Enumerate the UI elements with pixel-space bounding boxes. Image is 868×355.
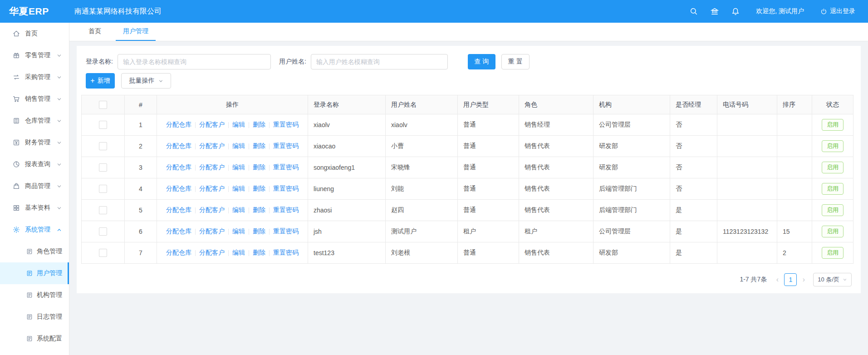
op-link-3[interactable]: 编辑: [232, 185, 245, 193]
notification-bell-icon[interactable]: [731, 7, 740, 15]
op-link-4[interactable]: 删除: [253, 163, 265, 172]
cell-status: 启用: [812, 114, 853, 136]
sidebar-item-label: 系统管理: [25, 226, 50, 234]
search-icon[interactable]: [690, 7, 698, 15]
op-link-5[interactable]: 重置密码: [273, 142, 299, 150]
op-link-2[interactable]: 分配客户: [199, 163, 225, 172]
top-header: 华夏ERP 南通某某网络科技有限公司 欢迎您, 测试用户 退出登录: [0, 0, 868, 23]
status-badge[interactable]: 启用: [822, 162, 843, 173]
op-link-3[interactable]: 编辑: [232, 142, 245, 150]
sidebar-item-10[interactable]: 系统管理: [0, 219, 69, 241]
op-link-1[interactable]: 分配仓库: [166, 121, 191, 129]
op-link-1[interactable]: 分配仓库: [166, 163, 191, 172]
sidebar-subitem-label: 系统配置: [37, 335, 62, 343]
row-checkbox[interactable]: [99, 185, 107, 193]
status-badge[interactable]: 启用: [822, 247, 843, 259]
sidebar-item-1[interactable]: 首页: [0, 23, 69, 44]
row-checkbox[interactable]: [99, 249, 107, 257]
table-row-4: 4分配仓库分配客户编辑删除重置密码liuneng刘能普通销售代表后端管理部门否启…: [82, 178, 853, 200]
op-link-5[interactable]: 重置密码: [273, 249, 299, 257]
login-name-input[interactable]: [118, 54, 271, 69]
op-link-1[interactable]: 分配仓库: [166, 206, 191, 214]
op-link-4[interactable]: 删除: [253, 206, 265, 214]
op-link-4[interactable]: 删除: [253, 249, 265, 257]
op-link-2[interactable]: 分配客户: [199, 227, 225, 236]
page-size-select[interactable]: 10 条/页: [813, 273, 852, 286]
op-link-4[interactable]: 删除: [253, 142, 265, 150]
row-index: 2: [125, 136, 157, 157]
op-link-1[interactable]: 分配仓库: [166, 249, 191, 257]
status-badge[interactable]: 启用: [822, 226, 843, 237]
op-link-5[interactable]: 重置密码: [273, 227, 299, 236]
op-link-1[interactable]: 分配仓库: [166, 227, 191, 236]
op-link-2[interactable]: 分配客户: [199, 185, 225, 193]
sales-icon: [13, 95, 20, 103]
sidebar-subitem-2[interactable]: 用户管理: [0, 262, 69, 284]
op-link-2[interactable]: 分配客户: [199, 142, 225, 150]
sidebar-item-9[interactable]: 基本资料: [0, 197, 69, 219]
sidebar-item-5[interactable]: 仓库管理: [0, 110, 69, 132]
op-link-5[interactable]: 重置密码: [273, 185, 299, 193]
sidebar-item-7[interactable]: 报表查询: [0, 153, 69, 175]
row-checkbox[interactable]: [99, 227, 107, 236]
search-button[interactable]: 查 询: [468, 54, 495, 69]
current-page-button[interactable]: 1: [784, 273, 797, 286]
tab-2[interactable]: 用户管理: [116, 23, 156, 41]
status-badge[interactable]: 启用: [822, 119, 843, 131]
op-separator: [249, 165, 249, 171]
tab-1[interactable]: 首页: [81, 23, 108, 41]
row-checkbox[interactable]: [99, 121, 107, 129]
op-link-1[interactable]: 分配仓库: [166, 185, 191, 193]
op-separator: [228, 122, 229, 128]
op-link-2[interactable]: 分配客户: [199, 249, 225, 257]
sidebar-subitem-5[interactable]: 系统配置: [0, 328, 69, 350]
prev-page-button[interactable]: ‹: [773, 276, 781, 283]
op-link-2[interactable]: 分配客户: [199, 121, 225, 129]
sidebar-subitem-3[interactable]: 机构管理: [0, 284, 69, 306]
cell-org: 研发部: [593, 157, 670, 178]
row-checkbox[interactable]: [99, 206, 107, 214]
sidebar-item-3[interactable]: 采购管理: [0, 66, 69, 88]
op-link-2[interactable]: 分配客户: [199, 206, 225, 214]
erp-app: 华夏ERP 南通某某网络科技有限公司 欢迎您, 测试用户 退出登录 首页零售管理…: [0, 0, 868, 355]
op-link-5[interactable]: 重置密码: [273, 206, 299, 214]
op-separator: [195, 229, 196, 235]
chevron-up-icon: [57, 227, 62, 232]
next-page-button[interactable]: ›: [799, 276, 808, 283]
op-link-4[interactable]: 删除: [253, 185, 265, 193]
op-separator: [249, 143, 249, 149]
op-link-5[interactable]: 重置密码: [273, 121, 299, 129]
user-name-input[interactable]: [311, 54, 448, 69]
chevron-down-icon: [57, 140, 62, 145]
status-badge[interactable]: 启用: [822, 140, 843, 152]
op-link-1[interactable]: 分配仓库: [166, 142, 191, 150]
sidebar-item-4[interactable]: 销售管理: [0, 88, 69, 110]
institution-icon[interactable]: [711, 7, 719, 15]
op-link-3[interactable]: 编辑: [232, 227, 245, 236]
op-link-3[interactable]: 编辑: [232, 121, 245, 129]
op-separator: [195, 250, 196, 256]
sidebar-item-6[interactable]: 财务管理: [0, 132, 69, 153]
batch-actions-button[interactable]: 批量操作: [121, 73, 171, 89]
sidebar-item-8[interactable]: 商品管理: [0, 175, 69, 197]
op-link-4[interactable]: 删除: [253, 227, 265, 236]
reset-button[interactable]: 重 置: [501, 54, 530, 69]
status-badge[interactable]: 启用: [822, 204, 843, 216]
cell-manager: 是: [670, 200, 717, 221]
goods-icon: [13, 182, 20, 190]
sidebar-item-label: 财务管理: [25, 138, 50, 147]
op-link-3[interactable]: 编辑: [232, 163, 245, 172]
row-checkbox[interactable]: [99, 163, 107, 172]
sidebar-subitem-1[interactable]: 角色管理: [0, 241, 69, 262]
op-link-4[interactable]: 删除: [253, 121, 265, 129]
sidebar-item-2[interactable]: 零售管理: [0, 44, 69, 66]
select-all-checkbox[interactable]: [99, 101, 107, 109]
logout-button[interactable]: 退出登录: [820, 7, 855, 15]
sidebar-subitem-4[interactable]: 日志管理: [0, 306, 69, 328]
status-badge[interactable]: 启用: [822, 183, 843, 195]
op-link-3[interactable]: 编辑: [232, 206, 245, 214]
op-link-3[interactable]: 编辑: [232, 249, 245, 257]
row-checkbox[interactable]: [99, 142, 107, 150]
op-link-5[interactable]: 重置密码: [273, 163, 299, 172]
add-button[interactable]: +新增: [86, 73, 115, 89]
